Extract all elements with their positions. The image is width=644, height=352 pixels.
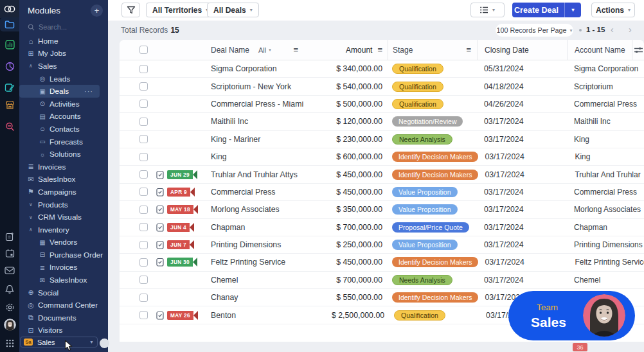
row-checkbox[interactable] [139,241,148,249]
sidebar-item-social[interactable]: ⊕ Social [19,286,108,299]
stage-header[interactable]: Stage [393,46,413,55]
list-view-dropdown[interactable]: ▾ [470,3,505,17]
sidebar-item-invoices-2[interactable]: ≣ Invoices [19,261,108,274]
deals-filter-dropdown[interactable]: All Deals ▾ [207,3,259,17]
sidebar-search-input[interactable]: Search... [19,17,108,31]
deal-name-cell[interactable]: Feltz Printing Service [211,258,332,267]
deal-name-cell[interactable]: Maithili Inc [211,117,332,126]
account-name-cell[interactable]: Commercial Press [568,188,644,197]
storefront-icon[interactable] [0,98,19,112]
deal-name-cell[interactable]: Benton [211,311,332,320]
closing-date-badge[interactable]: APR 9 [167,188,195,197]
table-row[interactable]: Sigma Corporation $ 340,000.00 Qualifica… [120,60,644,78]
account-name-cell[interactable]: Truhlar And Truhlar [568,170,644,179]
stage-badge[interactable]: Qualification [392,64,443,74]
deal-name-cell[interactable]: Truhlar And Truhlar Attys [211,170,332,179]
create-deal-dropdown[interactable]: ▾ [564,3,581,17]
row-checkbox[interactable] [139,223,148,231]
stage-badge[interactable]: Needs Analysis [392,134,452,145]
bar-chart-icon[interactable] [0,37,19,51]
stage-badge[interactable]: Value Proposition [392,204,458,215]
row-checkbox[interactable] [139,294,148,302]
account-name-cell[interactable]: Printing Dimensions [568,240,644,249]
table-row[interactable]: APR 9 Commercial Press $ 450,000.00 Valu… [120,184,644,201]
search-record-icon[interactable] [0,119,19,134]
table-row[interactable]: Chemel $ 700,000.00 Needs Analysis 03/17… [120,272,644,289]
closing-date-badge[interactable]: JUN 30 [167,258,197,267]
account-name-cell[interactable]: Maithili Inc [568,117,644,126]
row-checkbox[interactable] [139,100,148,108]
sidebar-item-inventory[interactable]: ∧ Inventory [19,224,108,236]
row-checkbox[interactable] [139,82,148,91]
account-name-cell[interactable]: Sigma Corporation [568,64,644,73]
pie-chart-icon[interactable] [0,59,19,73]
table-row[interactable]: MAY 18 Morlong Associates $ 350,000.00 V… [120,201,644,218]
records-per-page-dropdown[interactable]: 100 Records Per Page ▾ [496,24,573,37]
row-checkbox[interactable] [139,311,148,319]
table-row[interactable]: King - Mariner $ 230,000.00 Needs Analys… [120,131,644,148]
select-all-checkbox[interactable] [139,46,148,54]
account-name-cell[interactable]: Commercial Press [568,100,644,109]
stage-badge[interactable]: Identify Decision Makers [392,170,478,180]
account-name-cell[interactable]: Chapman [568,223,644,232]
stage-badge[interactable]: Proposal/Price Quote [392,222,469,233]
sidebar-item-sales[interactable]: ∧ Sales [19,60,108,73]
closing-date-badge[interactable]: JUN 7 [167,240,194,249]
sidebar-item-salesinbox[interactable]: ✉ SalesInbox [19,173,108,186]
table-row[interactable]: Maithili Inc $ 120,000.00 Negotiation/Re… [120,113,644,130]
row-checkbox[interactable] [139,206,148,214]
account-name-cell[interactable]: Chemel [568,276,644,285]
sidebar-item-purchase-order[interactable]: ⊟ Purchase Order [19,249,108,261]
deal-name-cell[interactable]: King [211,152,332,161]
next-page-button[interactable]: › [629,24,632,35]
zoho-logo[interactable] [0,0,19,18]
sidebar-item-campaigns[interactable]: ⚑ Campaigns [19,186,108,198]
folder-icon[interactable] [0,17,19,31]
closing-date-badge[interactable]: JUN 29 [167,170,197,179]
stage-badge[interactable]: Qualification [394,310,445,321]
table-row[interactable]: JUN 4 Chapman $ 700,000.00 Proposal/Pric… [120,219,644,236]
sidebar-item-command-center[interactable]: ◎ Command Center [19,299,108,312]
column-menu-icon[interactable]: ≡ [293,45,298,55]
deal-name-cell[interactable]: Chemel [211,276,332,285]
amount-header[interactable]: Amount [346,46,372,55]
deal-name-cell[interactable]: Printing Dimensions [211,240,332,249]
sidebar-item-vendors[interactable]: ▦ Vendors [19,236,108,249]
deal-name-cell[interactable]: King - Mariner [211,135,332,144]
deal-name-cell[interactable]: Chapman [211,223,332,232]
sidebar-item-forecasts[interactable]: ▭ Forecasts [19,136,108,148]
deal-name-cell[interactable]: Sigma Corporation [211,64,332,73]
closing-date-badge[interactable]: MAY 18 [167,205,198,214]
sidebar-item-products[interactable]: ∨ Products [19,198,108,211]
mail-icon[interactable] [0,263,19,277]
compose-icon[interactable] [0,229,19,243]
app-grid-icon[interactable] [0,336,19,350]
column-settings-icon[interactable] [632,40,644,60]
sidebar-item-deals[interactable]: ▣ Deals ··· [19,85,100,98]
deal-name-cell[interactable]: Morlong Associates [211,205,332,214]
row-checkbox[interactable] [139,276,148,284]
account-name-cell[interactable]: King [568,135,644,144]
deal-name-cell[interactable]: Commercial Press [211,188,332,197]
row-checkbox[interactable] [139,153,148,161]
add-module-button[interactable]: + [91,4,103,17]
table-row[interactable]: JUN 30 Feltz Printing Service $ 450,000.… [120,254,644,271]
row-checkbox[interactable] [139,65,148,73]
stage-badge[interactable]: Negotiation/Review [392,116,463,127]
deal-name-header[interactable]: Deal Name [211,46,249,55]
row-checkbox[interactable] [139,135,148,143]
table-row[interactable]: Commercial Press - Miami $ 500,000.00 Qu… [120,96,644,113]
table-row[interactable]: Scriptorium - New York $ 540,000.00 Qual… [120,78,644,95]
account-name-cell[interactable]: Morlong Associates [568,205,644,214]
user-avatar[interactable] [0,317,19,331]
stage-badge[interactable]: Value Proposition [392,240,458,250]
sidebar-collapse-button[interactable] [100,339,109,348]
deal-name-filter-dropdown[interactable]: All ▾ [258,46,271,54]
sidebar-item-visitors[interactable]: ⊡ Visitors [19,324,108,337]
account-name-cell[interactable]: King [568,152,644,161]
stage-badge[interactable]: Identify Decision Makers [392,257,478,267]
table-row[interactable]: King $ 600,000.00 Identify Decision Make… [120,148,644,166]
sidebar-item-invoices[interactable]: ≣ Invoices [19,161,108,173]
sidebar-item-my-jobs[interactable]: ⊞ My Jobs [19,48,108,60]
deal-name-cell[interactable]: Scriptorium - New York [211,82,332,91]
